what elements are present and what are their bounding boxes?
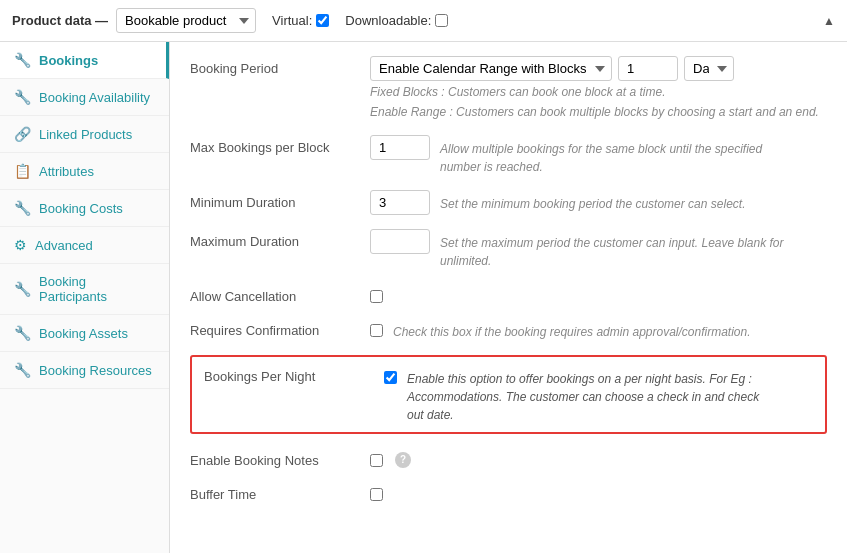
max-duration-control: Set the maximum period the customer can … [370,229,827,270]
sidebar-item-booking-availability[interactable]: 🔧 Booking Availability [0,79,169,116]
sidebar-item-booking-assets[interactable]: 🔧 Booking Assets [0,315,169,352]
sidebar-item-advanced[interactable]: ⚙ Advanced [0,227,169,264]
requires-confirmation-checkbox-row [370,318,383,337]
booking-period-hint-range: Enable Range : Customers can book multip… [370,104,827,121]
max-duration-desc: Set the maximum period the customer can … [440,229,800,270]
sidebar-item-label: Advanced [35,238,93,253]
sidebar-item-label: Booking Costs [39,201,123,216]
max-bookings-row: Max Bookings per Block Allow multiple bo… [190,135,827,176]
min-duration-control: Set the minimum booking period the custo… [370,190,827,215]
virtual-label: Virtual: [272,13,329,28]
buffer-time-control [370,482,827,501]
sidebar-item-booking-resources[interactable]: 🔧 Booking Resources [0,352,169,389]
requires-confirmation-desc: Check this box if the booking requires a… [393,318,751,341]
booking-period-selects: Enable Calendar Range with Blocks Fixed … [370,56,734,81]
sidebar-item-label: Booking Availability [39,90,150,105]
buffer-time-label: Buffer Time [190,482,370,502]
content-area: Booking Period Enable Calendar Range wit… [170,42,847,553]
requires-confirmation-control: Check this box if the booking requires a… [370,318,827,341]
bookings-per-night-label: Bookings Per Night [204,365,384,384]
max-duration-input[interactable] [370,229,430,254]
bookings-per-night-control: Enable this option to offer bookings on … [384,365,813,424]
virtual-checkbox[interactable] [316,14,329,27]
sidebar-item-attributes[interactable]: 📋 Attributes [0,153,169,190]
allow-cancellation-checkbox[interactable] [370,290,383,303]
virtual-downloadable-row: Virtual: Downloadable: [272,13,448,28]
wrench-icon-5: 🔧 [14,325,31,341]
max-bookings-control: Allow multiple bookings for the same blo… [370,135,827,176]
product-data-label: Product data — [12,13,108,28]
max-bookings-input[interactable] [370,135,430,160]
sidebar-item-label: Booking Resources [39,363,152,378]
max-bookings-label: Max Bookings per Block [190,135,370,155]
enable-booking-notes-checkbox-row: ? [370,448,827,468]
sidebar-item-linked-products[interactable]: 🔗 Linked Products [0,116,169,153]
max-bookings-desc: Allow multiple bookings for the same blo… [440,135,800,176]
booking-period-control: Enable Calendar Range with Blocks Fixed … [370,56,827,121]
enable-booking-notes-checkbox[interactable] [370,454,383,467]
gear-icon: ⚙ [14,237,27,253]
requires-confirmation-row: Requires Confirmation Check this box if … [190,318,827,341]
sidebar-item-booking-costs[interactable]: 🔧 Booking Costs [0,190,169,227]
bookings-per-night-row: Bookings Per Night Enable this option to… [190,355,827,434]
enable-booking-notes-row: Enable Booking Notes ? [190,448,827,468]
help-icon[interactable]: ? [395,452,411,468]
requires-confirmation-checkbox[interactable] [370,324,383,337]
sidebar: 🔧 Bookings 🔧 Booking Availability 🔗 Link… [0,42,170,553]
wrench-icon-6: 🔧 [14,362,31,378]
collapse-button[interactable]: ▲ [823,13,835,28]
min-duration-input[interactable] [370,190,430,215]
booking-period-label: Booking Period [190,56,370,76]
list-icon: 📋 [14,163,31,179]
booking-period-qty-input[interactable] [618,56,678,81]
sidebar-item-label: Attributes [39,164,94,179]
link-icon: 🔗 [14,126,31,142]
requires-confirmation-label: Requires Confirmation [190,318,370,338]
min-duration-desc: Set the minimum booking period the custo… [440,190,745,213]
sidebar-item-label: Linked Products [39,127,132,142]
allow-cancellation-control [370,284,827,303]
main-layout: 🔧 Bookings 🔧 Booking Availability 🔗 Link… [0,42,847,553]
min-duration-row: Minimum Duration Set the minimum booking… [190,190,827,215]
bookings-per-night-checkbox[interactable] [384,371,397,384]
booking-period-row: Booking Period Enable Calendar Range wit… [190,56,827,121]
sidebar-item-label: Bookings [39,53,98,68]
max-duration-row: Maximum Duration Set the maximum period … [190,229,827,270]
downloadable-label: Downloadable: [345,13,448,28]
max-duration-label: Maximum Duration [190,229,370,249]
wrench-icon-3: 🔧 [14,200,31,216]
wrench-icon-2: 🔧 [14,89,31,105]
sidebar-item-label: Booking Participants [39,274,155,304]
wrench-icon: 🔧 [14,52,31,68]
booking-period-unit-select[interactable]: Day(s) Hour(s) Minute(s) [684,56,734,81]
bookings-per-night-desc: Enable this option to offer bookings on … [407,365,767,424]
buffer-time-checkbox[interactable] [370,488,383,501]
buffer-time-checkbox-row [370,482,827,501]
collapse-arrow-icon: ▲ [823,14,835,28]
sidebar-item-booking-participants[interactable]: 🔧 Booking Participants [0,264,169,315]
booking-period-hint-fixed: Fixed Blocks : Customers can book one bl… [370,84,827,101]
bookings-per-night-checkbox-row [384,365,397,384]
downloadable-checkbox[interactable] [435,14,448,27]
sidebar-item-label: Booking Assets [39,326,128,341]
sidebar-item-bookings[interactable]: 🔧 Bookings [0,42,169,79]
allow-cancellation-checkbox-row [370,284,827,303]
wrench-icon-4: 🔧 [14,281,31,297]
top-bar: Product data — Bookable product Simple p… [0,0,847,42]
min-duration-label: Minimum Duration [190,190,370,210]
allow-cancellation-label: Allow Cancellation [190,284,370,304]
product-type-select[interactable]: Bookable product Simple product Variable… [116,8,256,33]
booking-period-type-select[interactable]: Enable Calendar Range with Blocks Fixed … [370,56,612,81]
buffer-time-row: Buffer Time [190,482,827,502]
enable-booking-notes-control: ? [370,448,827,468]
enable-booking-notes-label: Enable Booking Notes [190,448,370,468]
allow-cancellation-row: Allow Cancellation [190,284,827,304]
